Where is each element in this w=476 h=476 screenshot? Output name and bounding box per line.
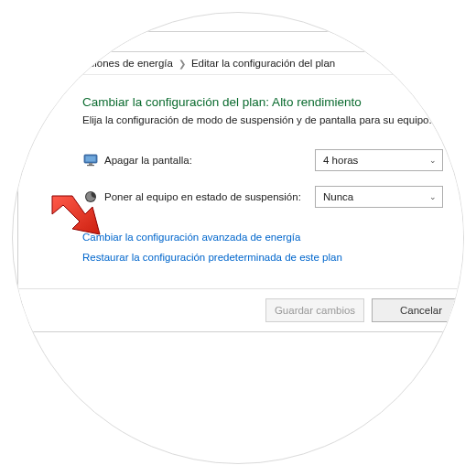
svg-rect-2	[89, 163, 92, 165]
page-title: Cambiar la configuración del plan: Alto …	[82, 95, 458, 109]
chevron-down-icon: ⌄	[429, 192, 437, 201]
chevron-right-icon: ❯	[62, 59, 70, 69]
restore-defaults-link[interactable]: Restaurar la configuración predeterminad…	[82, 252, 458, 263]
content-area: Cambiar la configuración del plan: Alto …	[18, 75, 464, 288]
svg-rect-1	[86, 157, 96, 162]
links-block: Cambiar la configuración avanzada de ene…	[82, 232, 458, 263]
window-titlebar	[18, 32, 464, 52]
sleep-select[interactable]: Nunca ⌄	[315, 186, 443, 208]
sleep-value: Nunca	[323, 191, 353, 202]
display-off-value: 4 horas	[323, 155, 358, 166]
breadcrumb-item[interactable]: onido	[31, 58, 57, 69]
save-button[interactable]: Guardar cambios	[265, 298, 364, 322]
breadcrumb-item[interactable]: Editar la configuración del plan	[191, 58, 335, 69]
breadcrumb-item[interactable]: Opciones de energía	[75, 58, 173, 69]
advanced-settings-link[interactable]: Cambiar la configuración avanzada de ene…	[82, 232, 458, 243]
monitor-icon	[82, 152, 99, 168]
dialog-footer: Guardar cambios Cancelar	[18, 288, 464, 331]
svg-rect-3	[87, 165, 94, 166]
sleep-row: Poner al equipo en estado de suspensión:…	[82, 186, 458, 208]
red-arrow-annotation	[45, 189, 109, 246]
display-off-label: Apagar la pantalla:	[104, 155, 315, 166]
page-description: Elija la configuración de modo de suspen…	[82, 114, 458, 125]
sleep-label: Poner al equipo en estado de suspensión:	[104, 191, 315, 202]
display-off-row: Apagar la pantalla: 4 horas ⌄	[82, 149, 458, 171]
chevron-right-icon: ❯	[178, 59, 186, 69]
cancel-button[interactable]: Cancelar	[372, 298, 464, 322]
chevron-down-icon: ⌄	[429, 156, 437, 165]
breadcrumb: onido ❯ Opciones de energía ❯ Editar la …	[18, 52, 464, 75]
display-off-select[interactable]: 4 horas ⌄	[315, 149, 443, 171]
power-plan-settings-window: onido ❯ Opciones de energía ❯ Editar la …	[17, 31, 464, 332]
